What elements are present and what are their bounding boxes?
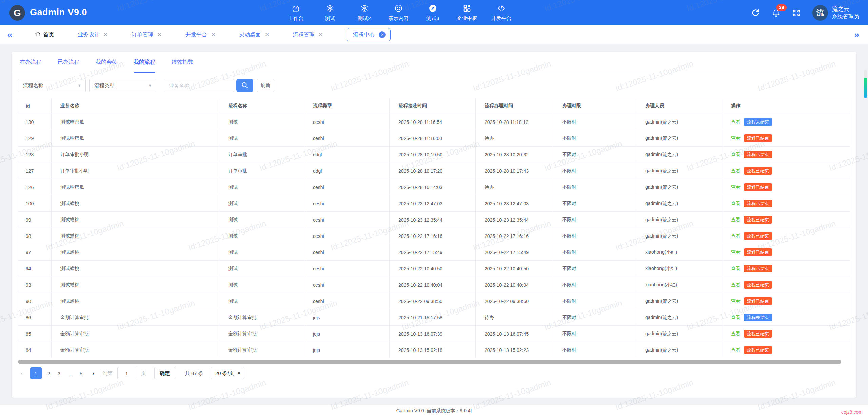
close-icon[interactable]: ✕ xyxy=(211,32,216,38)
user-org: 流之云 xyxy=(832,5,859,13)
cell-deadline: 不限时 xyxy=(553,244,636,261)
chevron-down-icon: ▼ xyxy=(237,367,241,379)
view-link[interactable]: 查看 xyxy=(731,168,741,173)
cell-received-time: 2025-10-28 11:16:54 xyxy=(390,114,476,130)
flow-name-select[interactable]: 流程名称 ▼ xyxy=(18,79,86,92)
tab-item[interactable]: 开发平台✕ xyxy=(185,31,216,38)
subtab-pending[interactable]: 在办流程 xyxy=(20,52,41,73)
cell-flow-name: 测试 xyxy=(219,195,304,212)
snowflake-icon xyxy=(326,4,334,14)
tab-item[interactable]: 业务设计✕ xyxy=(78,31,108,38)
cell-flow-name: 金额计算审批 xyxy=(219,342,304,358)
view-link[interactable]: 查看 xyxy=(731,119,741,125)
close-icon[interactable]: ✕ xyxy=(157,32,162,38)
user-avatar[interactable]: 流 xyxy=(812,5,828,21)
view-link[interactable]: 查看 xyxy=(731,184,741,190)
subtab-my-processes[interactable]: 我的流程 xyxy=(134,52,155,73)
corner-watermark-link[interactable]: cojz8.com xyxy=(841,409,863,415)
tabs-scroll-left-icon[interactable]: « xyxy=(7,30,12,40)
tab-item[interactable]: 订单管理✕ xyxy=(132,31,162,38)
page-number[interactable]: 3 xyxy=(58,371,60,376)
tab-item[interactable]: 流程管理✕ xyxy=(293,31,323,38)
close-icon[interactable]: ✕ xyxy=(319,32,323,38)
view-link[interactable]: 查看 xyxy=(731,201,741,206)
tabs-scroll-right-icon[interactable]: » xyxy=(854,30,859,40)
avatar-text: 流 xyxy=(816,8,824,18)
home-icon xyxy=(35,31,41,38)
goto-page-input[interactable] xyxy=(117,367,136,379)
goto-confirm-button[interactable]: 确定 xyxy=(154,367,175,379)
close-icon[interactable]: ✕ xyxy=(379,31,386,38)
cell-handler: gadmin(流之云) xyxy=(636,195,722,212)
nav-item-dev-platform[interactable]: 开发平台 xyxy=(484,0,518,25)
view-link[interactable]: 查看 xyxy=(731,282,741,287)
tab-home[interactable]: 首页 xyxy=(35,31,54,38)
user-info[interactable]: 流之云 系统管理员 xyxy=(832,5,859,20)
notification-bell-icon[interactable]: 39 xyxy=(772,8,781,17)
cell-deadline: 不限时 xyxy=(553,277,636,293)
prev-page-icon[interactable]: ‹ xyxy=(21,370,23,377)
close-icon[interactable]: ✕ xyxy=(103,32,108,38)
fullscreen-icon[interactable] xyxy=(792,8,801,17)
view-link[interactable]: 查看 xyxy=(731,135,741,141)
subtab-done[interactable]: 已办流程 xyxy=(58,52,79,73)
cell-handled-time: 2025-10-13 16:07:45 xyxy=(476,326,553,342)
cell-deadline: 不限时 xyxy=(553,261,636,277)
view-link[interactable]: 查看 xyxy=(731,249,741,255)
page-number[interactable]: 5 xyxy=(80,371,82,376)
vertical-scrollbar[interactable] xyxy=(864,70,867,98)
cell-id: 130 xyxy=(18,114,52,130)
col-deadline: 办理时限 xyxy=(553,98,636,114)
view-link[interactable]: 查看 xyxy=(731,331,741,336)
nav-item-test[interactable]: 测试 xyxy=(313,0,347,25)
cell-flow-type: ceshi xyxy=(304,244,390,261)
nav-item-test2[interactable]: 测试2 xyxy=(347,0,381,25)
view-link[interactable]: 查看 xyxy=(731,266,741,271)
view-link[interactable]: 查看 xyxy=(731,347,741,353)
col-biz-name: 业务名称 xyxy=(52,98,219,114)
search-button[interactable] xyxy=(236,79,253,92)
subtab-countersign[interactable]: 我的会签 xyxy=(96,52,117,73)
cell-handler: xiaohong(小红) xyxy=(636,277,722,293)
process-table: id 业务名称 流程名称 流程类型 流程接收时间 流程办理时间 办理时限 办理人… xyxy=(18,98,850,358)
scrollbar-thumb xyxy=(864,78,867,98)
horizontal-scrollbar[interactable] xyxy=(18,360,841,364)
cell-actions: 查看流程已结束 xyxy=(722,130,850,147)
cell-handler: gadmin(流之云) xyxy=(636,163,722,179)
page-tab-bar: « 首页 业务设计✕ 订单管理✕ 开发平台✕ 灵动桌面✕ 流程管理✕ 流程中心 … xyxy=(0,25,868,44)
biz-name-input[interactable] xyxy=(164,79,234,92)
nav-item-enterprise-hub[interactable]: 企业中枢 xyxy=(450,0,484,25)
nav-item-demo-content[interactable]: 演示内容 xyxy=(381,0,416,25)
notification-badge: 39 xyxy=(776,4,787,11)
cell-handled-time: 待办 xyxy=(476,309,553,326)
cell-deadline: 不限时 xyxy=(553,163,636,179)
page-number-active[interactable]: 1 xyxy=(30,367,42,379)
view-link[interactable]: 查看 xyxy=(731,217,741,222)
cell-id: 127 xyxy=(18,163,52,179)
flow-type-select[interactable]: 流程类型 ▼ xyxy=(89,79,156,92)
view-link[interactable]: 查看 xyxy=(731,315,741,320)
scrollbar-thumb-cap xyxy=(864,70,867,79)
subtab-performance[interactable]: 绩效指数 xyxy=(172,52,193,73)
view-link[interactable]: 查看 xyxy=(731,152,741,157)
next-page-icon[interactable]: › xyxy=(92,370,94,377)
refresh-list-button[interactable]: 刷新 xyxy=(257,79,274,92)
nav-item-test3[interactable]: 测试3 xyxy=(416,0,450,25)
table-body: 130测试哈密瓜测试ceshi2025-10-28 11:16:542025-1… xyxy=(18,114,850,358)
view-link[interactable]: 查看 xyxy=(731,233,741,239)
cell-received-time: 2025-10-13 15:02:18 xyxy=(390,342,476,358)
refresh-icon[interactable] xyxy=(751,8,760,17)
close-icon[interactable]: ✕ xyxy=(265,32,269,38)
cell-flow-name: 订单审批 xyxy=(219,163,304,179)
cell-id: 86 xyxy=(18,309,52,326)
page-number[interactable]: 2 xyxy=(47,371,50,376)
cell-actions: 查看流程已结束 xyxy=(722,147,850,163)
page-size-select[interactable]: 20 条/页 ▼ xyxy=(211,367,244,379)
nav-item-workbench[interactable]: 工作台 xyxy=(279,0,313,25)
tab-item[interactable]: 灵动桌面✕ xyxy=(239,31,269,38)
app-logo[interactable]: G xyxy=(9,5,25,21)
tab-item-active[interactable]: 流程中心 ✕ xyxy=(347,28,391,41)
view-link[interactable]: 查看 xyxy=(731,298,741,304)
cell-flow-type: ceshi xyxy=(304,212,390,228)
cell-flow-type: jejs xyxy=(304,309,390,326)
